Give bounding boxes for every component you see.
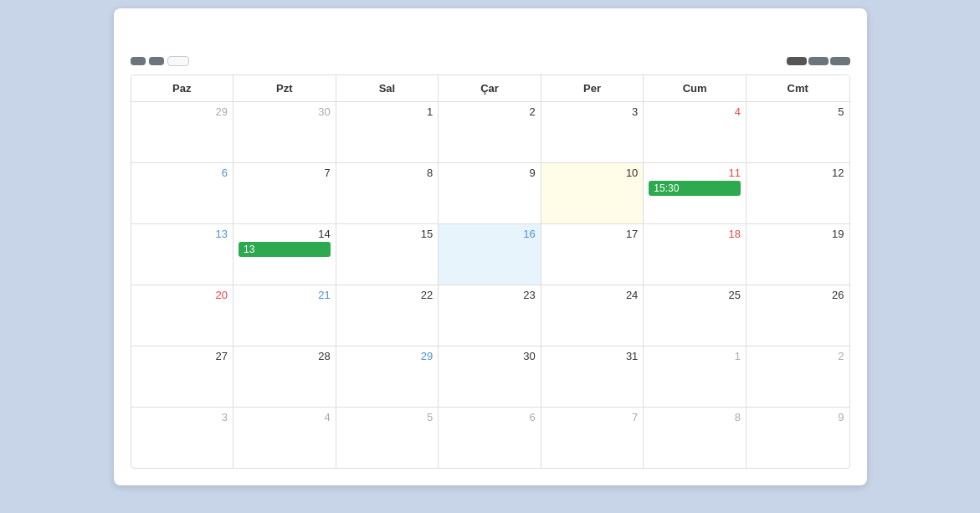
cal-header-cell: Cmt — [747, 75, 849, 101]
day-number: 15 — [341, 228, 434, 240]
day-number: 1 — [649, 350, 741, 362]
calendar-cell[interactable]: 9 — [747, 408, 849, 468]
day-number: 7 — [546, 411, 639, 423]
calendar-cell[interactable]: 9 — [439, 163, 541, 223]
calendar-week-row: 3456789 — [131, 408, 849, 468]
calendar-cell[interactable]: 13 — [131, 224, 234, 285]
calendar-cell[interactable]: 25 — [644, 285, 747, 346]
day-number: 31 — [546, 350, 639, 362]
calendar-cell[interactable]: 21 — [233, 285, 336, 346]
calendar-body: 2930123456789101115:30121314131516171819… — [131, 102, 849, 468]
calendar-week-row: 293012345 — [131, 102, 849, 163]
calendar-cell[interactable]: 17 — [541, 224, 644, 285]
day-number: 12 — [752, 167, 844, 179]
day-number: 23 — [444, 289, 536, 301]
calendar-cell[interactable]: 15 — [336, 224, 439, 285]
calendar-cell[interactable]: 2 — [439, 102, 541, 162]
day-number: 13 — [136, 228, 228, 240]
calendar-cell[interactable]: 23 — [439, 285, 541, 346]
calendar-cell[interactable]: 20 — [131, 285, 234, 346]
day-number: 6 — [136, 167, 228, 179]
day-number: 3 — [546, 105, 639, 118]
calendar-cell[interactable]: 3 — [131, 408, 234, 468]
day-number: 2 — [444, 105, 536, 118]
day-number: 24 — [546, 289, 639, 301]
calendar-cell[interactable]: 29 — [131, 102, 234, 162]
cal-header-cell: Pzt — [233, 75, 336, 101]
description — [131, 28, 850, 44]
calendar-cell[interactable]: 16 — [439, 224, 541, 285]
calendar-cell[interactable]: 8 — [644, 408, 747, 468]
nav-controls — [131, 56, 189, 66]
month-view-button[interactable] — [787, 57, 807, 65]
cal-header-cell: Çar — [439, 75, 541, 101]
day-number: 22 — [341, 289, 434, 301]
calendar-cell[interactable]: 26 — [747, 285, 849, 346]
day-number: 29 — [341, 350, 434, 362]
calendar-cell[interactable]: 5 — [747, 102, 849, 162]
main-card: PazPztSalÇarPerCumCmt 293012345678910111… — [114, 8, 867, 485]
day-number: 20 — [136, 289, 228, 301]
day-number: 4 — [239, 411, 331, 423]
day-number: 26 — [752, 289, 844, 301]
calendar-week-row: 1314131516171819 — [131, 224, 849, 285]
calendar-cell[interactable]: 18 — [644, 224, 747, 285]
calendar-cell[interactable]: 10 — [541, 163, 644, 223]
calendar-cell[interactable]: 5 — [336, 408, 439, 468]
calendar-cell[interactable]: 1 — [644, 346, 747, 407]
calendar-cell[interactable]: 1 — [336, 102, 439, 162]
day-number: 17 — [546, 228, 639, 240]
day-number: 4 — [649, 105, 741, 118]
calendar-cell[interactable]: 30 — [233, 102, 336, 162]
day-number: 5 — [752, 105, 844, 118]
calendar-cell[interactable]: 1115:30 — [644, 163, 747, 223]
calendar-cell[interactable]: 7 — [541, 408, 644, 468]
calendar-header-row: PazPztSalÇarPerCumCmt — [131, 75, 849, 102]
calendar-cell[interactable]: 31 — [541, 346, 644, 407]
day-number: 29 — [136, 105, 228, 118]
next-button[interactable] — [149, 57, 164, 65]
calendar-cell[interactable]: 2 — [747, 346, 849, 407]
day-number: 9 — [752, 411, 844, 423]
calendar-cell[interactable]: 29 — [336, 346, 439, 407]
calendar-week-row: 20212223242526 — [131, 285, 849, 346]
day-number: 8 — [649, 411, 741, 423]
day-number: 21 — [239, 289, 331, 301]
calendar-cell[interactable]: 3 — [541, 102, 644, 162]
cal-header-cell: Paz — [131, 75, 234, 101]
calendar-cell[interactable]: 24 — [541, 285, 644, 346]
calendar-cell[interactable]: 6 — [439, 408, 541, 468]
cal-header-cell: Sal — [336, 75, 439, 101]
calendar-cell[interactable]: 30 — [439, 346, 541, 407]
calendar-cell[interactable]: 7 — [233, 163, 336, 223]
cal-header-cell: Per — [541, 75, 644, 101]
day-number: 11 — [649, 167, 741, 179]
day-number: 7 — [239, 167, 331, 179]
prev-button[interactable] — [131, 57, 146, 65]
day-number: 9 — [444, 167, 536, 179]
calendar-cell[interactable]: 8 — [336, 163, 439, 223]
day-number: 6 — [444, 411, 536, 423]
today-button[interactable] — [167, 56, 189, 66]
calendar-cell[interactable]: 4 — [233, 408, 336, 468]
day-number: 16 — [444, 228, 536, 240]
view-buttons — [787, 57, 850, 65]
calendar-cell[interactable]: 22 — [336, 285, 439, 346]
day-number: 27 — [136, 350, 228, 362]
week-view-button[interactable] — [808, 57, 829, 65]
calendar-cell[interactable]: 27 — [131, 346, 234, 407]
calendar-cell[interactable]: 1413 — [233, 224, 336, 285]
calendar-cell[interactable]: 12 — [747, 163, 849, 223]
day-number: 5 — [341, 411, 434, 423]
event-badge[interactable]: 15:30 — [649, 181, 741, 196]
day-number: 8 — [341, 167, 434, 179]
calendar-cell[interactable]: 4 — [644, 102, 747, 162]
day-view-button[interactable] — [830, 57, 850, 65]
calendar-cell[interactable]: 6 — [131, 163, 234, 223]
calendar-week-row: 272829303112 — [131, 346, 849, 408]
event-badge[interactable]: 13 — [239, 242, 331, 257]
day-number: 28 — [239, 350, 331, 362]
day-number: 1 — [341, 105, 434, 118]
calendar-cell[interactable]: 19 — [747, 224, 849, 285]
calendar-cell[interactable]: 28 — [233, 346, 336, 407]
